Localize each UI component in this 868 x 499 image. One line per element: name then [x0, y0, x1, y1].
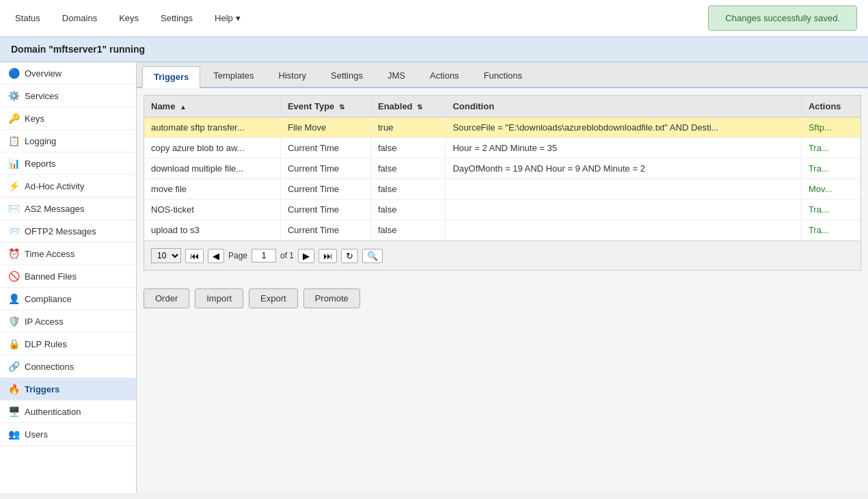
cell-enabled: true: [370, 118, 445, 138]
sidebar-item-users[interactable]: 👥 Users: [0, 423, 136, 446]
sidebar: 🔵 Overview⚙️ Services🔑 Keys📋 Logging📊 Re…: [0, 62, 137, 493]
tab-settings[interactable]: Settings: [319, 65, 375, 87]
table-row[interactable]: download multiple file... Current Time f…: [144, 159, 860, 179]
col-event-type: Event Type ⇅: [280, 96, 370, 118]
sidebar-icon: 🖥️: [8, 406, 20, 417]
tab-actions[interactable]: Actions: [418, 65, 471, 87]
sidebar-item-triggers[interactable]: 🔥 Triggers: [0, 378, 136, 401]
nav-domains[interactable]: Domains: [58, 10, 101, 26]
cell-condition: [446, 179, 801, 200]
cell-name: NOS-ticket: [144, 200, 280, 220]
sort-event-icon: ⇅: [339, 103, 344, 111]
refresh-btn[interactable]: ↻: [341, 249, 358, 263]
tab-jms[interactable]: JMS: [376, 65, 417, 87]
cell-action[interactable]: Tra...: [801, 200, 860, 220]
tab-templates[interactable]: Templates: [202, 65, 265, 87]
sidebar-item-compliance[interactable]: 👤 Compliance: [0, 288, 136, 310]
action-link[interactable]: Sftp...: [809, 122, 832, 133]
cell-event-type: Current Time: [280, 179, 370, 200]
action-link[interactable]: Tra...: [809, 204, 829, 215]
nav-keys[interactable]: Keys: [115, 10, 143, 26]
sidebar-icon: 🚫: [8, 271, 20, 282]
action-link[interactable]: Tra...: [809, 163, 829, 174]
domain-header: Domain "mftserver1" running: [0, 37, 868, 62]
sidebar-label: DLP Rules: [25, 339, 67, 349]
export-button[interactable]: Export: [249, 288, 298, 308]
cell-enabled: false: [370, 179, 445, 200]
sidebar-item-banned-files[interactable]: 🚫 Banned Files: [0, 265, 136, 288]
sidebar-item-services[interactable]: ⚙️ Services: [0, 85, 136, 107]
page-input[interactable]: [252, 249, 276, 262]
col-name: Name ▲: [144, 96, 280, 118]
nav-help[interactable]: Help ▾: [211, 10, 245, 26]
sidebar-item-overview[interactable]: 🔵 Overview: [0, 62, 136, 85]
table-row[interactable]: move file Current Time false Mov...: [144, 179, 860, 200]
sidebar-item-reports[interactable]: 📊 Reports: [0, 152, 136, 175]
sidebar-item-keys[interactable]: 🔑 Keys: [0, 107, 136, 130]
sidebar-item-as2-messages[interactable]: ✉️ AS2 Messages: [0, 198, 136, 220]
sidebar-label: Compliance: [25, 294, 72, 304]
tabs: TriggersTemplatesHistorySettingsJMSActio…: [137, 62, 868, 88]
cell-event-type: File Move: [280, 118, 370, 138]
sidebar-icon: ⚡: [8, 180, 20, 191]
cell-action[interactable]: Mov...: [801, 179, 860, 200]
top-nav: Status Domains Keys Settings Help ▾ Chan…: [0, 0, 868, 37]
sidebar-item-ad-hoc-activity[interactable]: ⚡ Ad-Hoc Activity: [0, 175, 136, 198]
cell-event-type: Current Time: [280, 159, 370, 179]
action-link[interactable]: Tra...: [809, 225, 829, 235]
sidebar-item-authentication[interactable]: 🖥️ Authentication: [0, 401, 136, 423]
main-layout: 🔵 Overview⚙️ Services🔑 Keys📋 Logging📊 Re…: [0, 62, 868, 493]
cell-event-type: Current Time: [280, 138, 370, 159]
import-button[interactable]: Import: [195, 288, 243, 308]
bottom-buttons: Order Import Export Promote: [137, 278, 868, 319]
tab-functions[interactable]: Functions: [472, 65, 534, 87]
cell-action[interactable]: Tra...: [801, 220, 860, 241]
cell-action[interactable]: Sftp...: [801, 118, 860, 138]
sidebar-label: Keys: [25, 113, 44, 124]
table-row[interactable]: automate sftp transfer... File Move true…: [144, 118, 860, 138]
next-page-btn[interactable]: ▶: [298, 249, 314, 263]
last-page-btn[interactable]: ⏭: [318, 249, 337, 263]
prev-page-btn[interactable]: ◀: [208, 249, 224, 263]
first-page-btn[interactable]: ⏮: [185, 249, 204, 263]
sidebar-item-connections[interactable]: 🔗 Connections: [0, 355, 136, 378]
table-row[interactable]: upload to s3 Current Time false Tra...: [144, 220, 860, 241]
sidebar-icon: 👥: [8, 429, 20, 440]
nav-settings[interactable]: Settings: [157, 10, 197, 26]
cell-enabled: false: [370, 220, 445, 241]
promote-button[interactable]: Promote: [303, 288, 360, 308]
nav-status[interactable]: Status: [11, 10, 44, 26]
sidebar-item-time-access[interactable]: ⏰ Time Access: [0, 243, 136, 265]
sidebar-icon: 🔵: [8, 68, 20, 79]
tab-triggers[interactable]: Triggers: [142, 66, 200, 88]
cell-action[interactable]: Tra...: [801, 159, 860, 179]
sidebar-label: Overview: [25, 68, 62, 79]
sort-name-icon: ▲: [180, 103, 187, 111]
sidebar-item-dlp-rules[interactable]: 🔒 DLP Rules: [0, 333, 136, 355]
per-page-select[interactable]: 10 25 50: [151, 248, 181, 263]
sidebar-label: Ad-Hoc Activity: [25, 181, 84, 191]
cell-enabled: false: [370, 200, 445, 220]
table-row[interactable]: NOS-ticket Current Time false Tra...: [144, 200, 860, 220]
sidebar-item-logging[interactable]: 📋 Logging: [0, 130, 136, 152]
search-btn[interactable]: 🔍: [362, 249, 383, 263]
table-body: automate sftp transfer... File Move true…: [144, 118, 860, 241]
pagination: 10 25 50 ⏮ ◀ Page of 1 ▶ ⏭ ↻ 🔍: [144, 241, 860, 270]
sidebar-item-ip-access[interactable]: 🛡️ IP Access: [0, 310, 136, 333]
action-link[interactable]: Mov...: [809, 184, 832, 194]
tab-history[interactable]: History: [267, 65, 318, 87]
sidebar-icon: ⚙️: [8, 90, 20, 101]
cell-event-type: Current Time: [280, 200, 370, 220]
table-row[interactable]: copy azure blob to aw... Current Time fa…: [144, 138, 860, 159]
action-link[interactable]: Tra...: [809, 143, 829, 153]
cell-action[interactable]: Tra...: [801, 138, 860, 159]
order-button[interactable]: Order: [144, 288, 189, 308]
col-enabled: Enabled ⇅: [370, 96, 445, 118]
sidebar-icon: 🔥: [8, 383, 20, 394]
sidebar-label: Connections: [25, 362, 74, 372]
sidebar-icon: ⏰: [8, 248, 20, 259]
table-header: Name ▲ Event Type ⇅ Enabled ⇅ Condition …: [144, 96, 860, 118]
sidebar-label: Triggers: [25, 384, 59, 394]
sidebar-icon: 👤: [8, 293, 20, 304]
sidebar-item-oftp2-messages[interactable]: 📨 OFTP2 Messages: [0, 220, 136, 243]
